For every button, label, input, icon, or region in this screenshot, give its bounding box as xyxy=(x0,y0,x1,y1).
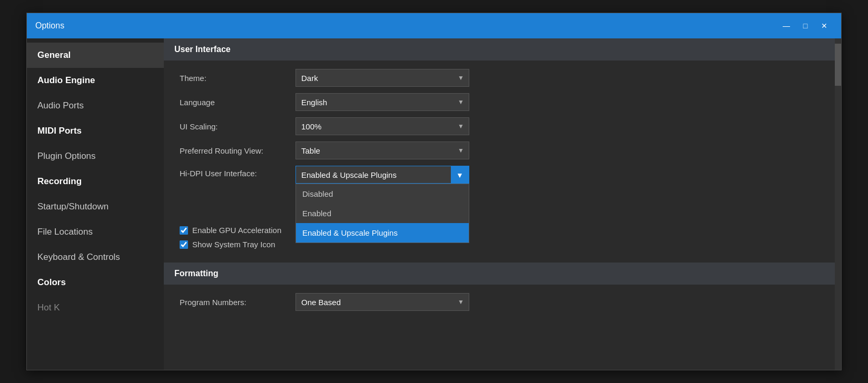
sidebar-item-general[interactable]: General xyxy=(27,43,164,68)
user-interface-body: Theme: Dark Light System ▼ Language xyxy=(164,61,841,263)
ui-scaling-select-wrapper: 75% 100% 125% 150% 200% ▼ xyxy=(295,117,469,135)
formatting-body: Program Numbers: Zero Based One Based ▼ xyxy=(164,285,841,326)
chevron-down-icon: ▼ xyxy=(456,171,463,179)
theme-select-wrapper: Dark Light System ▼ xyxy=(295,69,469,87)
main-content-area: General Audio Engine Audio Ports MIDI Po… xyxy=(27,38,841,370)
program-numbers-label: Program Numbers: xyxy=(180,298,295,307)
maximize-button[interactable]: □ xyxy=(797,18,814,33)
language-select[interactable]: English French German Spanish xyxy=(295,93,469,111)
hidpi-dropdown-container: Enabled & Upscale Plugins ▼ Disabled Ena… xyxy=(295,166,469,184)
hidpi-dropdown-arrow[interactable]: ▼ xyxy=(451,166,469,184)
sidebar-item-recording[interactable]: Recording xyxy=(27,169,164,194)
system-tray-checkbox[interactable] xyxy=(180,240,188,249)
formatting-header: Formatting xyxy=(164,263,841,285)
theme-label: Theme: xyxy=(180,74,295,83)
sidebar-item-audio-ports[interactable]: Audio Ports xyxy=(27,93,164,118)
language-row: Language English French German Spanish ▼ xyxy=(180,93,825,111)
program-numbers-select[interactable]: Zero Based One Based xyxy=(295,293,469,311)
sidebar-item-hot-k[interactable]: Hot K xyxy=(27,295,164,320)
system-tray-label: Show System Tray Icon xyxy=(192,240,275,249)
ui-scaling-row: UI Scaling: 75% 100% 125% 150% 200% ▼ xyxy=(180,117,825,135)
gpu-accel-row: Enable GPU Acceleration xyxy=(180,226,825,235)
window-title: Options xyxy=(35,21,778,31)
settings-panel: User Interface Theme: Dark Light System … xyxy=(164,38,841,370)
hidpi-option-enabled-upscale[interactable]: Enabled & Upscale Plugins xyxy=(296,223,469,243)
hidpi-option-disabled[interactable]: Disabled xyxy=(296,184,469,204)
hidpi-selected[interactable]: Enabled & Upscale Plugins ▼ xyxy=(295,166,469,184)
sidebar: General Audio Engine Audio Ports MIDI Po… xyxy=(27,38,164,370)
sidebar-item-keyboard-controls[interactable]: Keyboard & Controls xyxy=(27,245,164,270)
theme-select[interactable]: Dark Light System xyxy=(295,69,469,87)
routing-view-select[interactable]: Table Graph xyxy=(295,142,469,159)
gpu-accel-label: Enable GPU Acceleration xyxy=(192,226,281,235)
sidebar-item-audio-engine[interactable]: Audio Engine xyxy=(27,68,164,93)
routing-view-label: Preferred Routing View: xyxy=(180,146,295,155)
sidebar-item-plugin-options[interactable]: Plugin Options xyxy=(27,144,164,169)
hidpi-row: Hi-DPI User Interface: Enabled & Upscale… xyxy=(180,166,825,184)
hidpi-selected-value: Enabled & Upscale Plugins xyxy=(301,170,397,179)
user-interface-header: User Interface xyxy=(164,38,841,61)
routing-view-row: Preferred Routing View: Table Graph ▼ xyxy=(180,142,825,159)
options-window: Options — □ ✕ General Audio Engine Audio… xyxy=(26,13,842,370)
gpu-accel-checkbox[interactable] xyxy=(180,226,188,235)
checkboxes-area: Enable GPU Acceleration Show System Tray… xyxy=(180,226,825,249)
window-controls: — □ ✕ xyxy=(778,18,833,33)
program-numbers-row: Program Numbers: Zero Based One Based ▼ xyxy=(180,293,825,311)
sidebar-item-midi-ports[interactable]: MIDI Ports xyxy=(27,118,164,144)
close-button[interactable]: ✕ xyxy=(816,18,833,33)
minimize-button[interactable]: — xyxy=(778,18,795,33)
program-numbers-select-wrapper: Zero Based One Based ▼ xyxy=(295,293,469,311)
language-select-wrapper: English French German Spanish ▼ xyxy=(295,93,469,111)
sidebar-item-file-locations[interactable]: File Locations xyxy=(27,219,164,245)
titlebar: Options — □ ✕ xyxy=(27,13,841,38)
hidpi-label: Hi-DPI User Interface: xyxy=(180,166,295,178)
scrollbar[interactable] xyxy=(835,38,841,370)
hidpi-dropdown-list: Disabled Enabled Enabled & Upscale Plugi… xyxy=(295,184,469,243)
hidpi-option-enabled[interactable]: Enabled xyxy=(296,204,469,223)
sidebar-item-colors[interactable]: Colors xyxy=(27,270,164,295)
language-label: Language xyxy=(180,98,295,107)
ui-scaling-label: UI Scaling: xyxy=(180,122,295,131)
ui-scaling-select[interactable]: 75% 100% 125% 150% 200% xyxy=(295,117,469,135)
theme-row: Theme: Dark Light System ▼ xyxy=(180,69,825,87)
system-tray-row: Show System Tray Icon xyxy=(180,240,825,249)
routing-view-select-wrapper: Table Graph ▼ xyxy=(295,142,469,159)
scrollbar-thumb[interactable] xyxy=(835,44,841,86)
sidebar-item-startup-shutdown[interactable]: Startup/Shutdown xyxy=(27,194,164,219)
